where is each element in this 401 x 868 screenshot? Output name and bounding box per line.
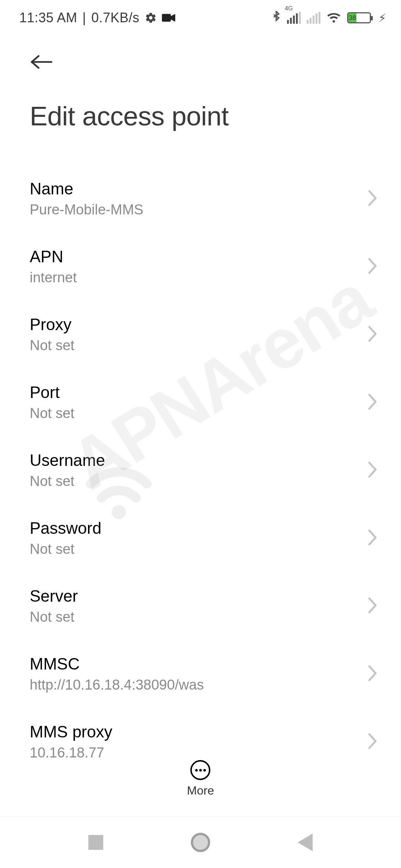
- apn-settings-list: Name Pure-Mobile-MMS APN internet Proxy …: [0, 165, 401, 776]
- row-label: APN: [30, 247, 77, 266]
- nav-back-button[interactable]: [298, 834, 313, 851]
- arrow-left-icon: [30, 53, 53, 71]
- row-value: 10.16.18.77: [30, 745, 112, 761]
- page-title: Edit access point: [30, 101, 371, 131]
- more-button[interactable]: More: [172, 756, 229, 801]
- row-label: Password: [30, 519, 101, 537]
- chevron-right-icon: [367, 325, 378, 344]
- row-label: Proxy: [30, 315, 74, 334]
- battery-icon: 38: [347, 12, 371, 23]
- camera-icon: [162, 13, 175, 23]
- more-label: More: [187, 784, 214, 798]
- status-bar: 11:35 AM | 0.7KB/s 4G 38 ⚡︎: [0, 0, 401, 30]
- row-value: Not set: [30, 473, 105, 489]
- row-name[interactable]: Name Pure-Mobile-MMS: [30, 165, 371, 233]
- chevron-right-icon: [367, 596, 378, 616]
- settings-icon: [145, 12, 157, 24]
- row-value: internet: [30, 270, 77, 286]
- charging-icon: ⚡︎: [378, 11, 386, 24]
- chevron-right-icon: [367, 189, 378, 208]
- chevron-right-icon: [367, 529, 378, 548]
- row-password[interactable]: Password Not set: [30, 504, 371, 572]
- signal-sim2-icon: [307, 12, 320, 24]
- row-value: Not set: [30, 541, 101, 557]
- row-username[interactable]: Username Not set: [30, 436, 371, 504]
- chevron-right-icon: [367, 257, 378, 276]
- chevron-right-icon: [367, 393, 378, 412]
- row-server[interactable]: Server Not set: [30, 572, 371, 640]
- nav-recents-button[interactable]: [88, 835, 103, 850]
- status-time: 11:35 AM: [19, 10, 77, 26]
- status-netspeed: 0.7KB/s: [91, 10, 140, 26]
- row-value: Not set: [30, 338, 74, 354]
- row-value: Not set: [30, 609, 78, 625]
- row-label: MMSC: [30, 655, 204, 673]
- row-port[interactable]: Port Not set: [30, 368, 371, 436]
- more-icon: [190, 760, 211, 780]
- row-value: http://10.16.18.4:38090/was: [30, 677, 204, 693]
- row-label: Name: [30, 180, 143, 198]
- chevron-right-icon: [367, 664, 378, 684]
- row-label: Server: [30, 587, 78, 605]
- row-apn[interactable]: APN internet: [30, 233, 371, 300]
- row-value: Pure-Mobile-MMS: [30, 202, 143, 218]
- wifi-icon: [326, 12, 341, 24]
- navigation-bar: [0, 816, 401, 868]
- row-value: Not set: [30, 405, 74, 421]
- bluetooth-icon: [271, 11, 281, 25]
- row-mmsc[interactable]: MMSC http://10.16.18.4:38090/was: [30, 640, 371, 708]
- battery-level: 38: [348, 13, 356, 22]
- chevron-right-icon: [367, 461, 378, 480]
- row-label: Username: [30, 451, 105, 470]
- row-proxy[interactable]: Proxy Not set: [30, 300, 371, 368]
- signal-sim1-icon: 4G: [287, 12, 301, 24]
- row-label: Port: [30, 383, 74, 402]
- status-separator: |: [82, 10, 86, 26]
- chevron-right-icon: [367, 732, 378, 752]
- back-button[interactable]: [30, 49, 56, 75]
- nav-home-button[interactable]: [191, 833, 210, 852]
- svg-rect-1: [162, 14, 171, 22]
- row-label: MMS proxy: [30, 723, 112, 741]
